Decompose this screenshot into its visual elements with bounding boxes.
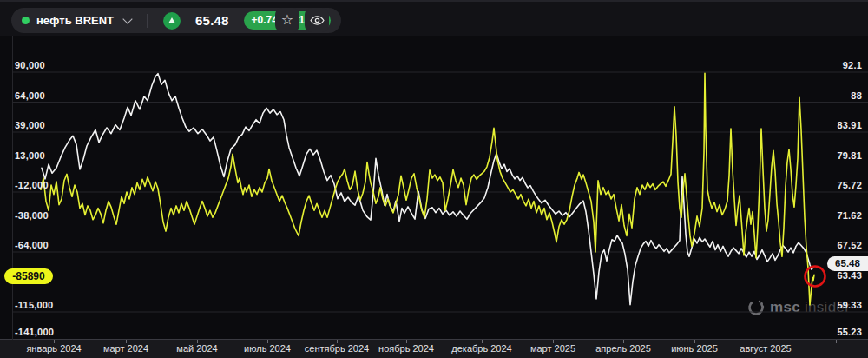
y-axis-right-label: 88: [851, 90, 862, 101]
y-axis-left-label: 64,000: [15, 90, 45, 101]
x-axis-label: май 2024: [176, 343, 217, 354]
x-axis-label: июнь 2025: [671, 343, 718, 354]
favorite-button[interactable]: ☆: [275, 8, 299, 32]
price-up-circle-icon: [163, 12, 181, 30]
watch-button[interactable]: [305, 8, 329, 32]
instrument-status-dot-icon: [22, 17, 30, 24]
watermark: mscinsider: [746, 298, 850, 317]
red-circle-annotation: [806, 267, 825, 287]
x-axis-label: март 2024: [103, 343, 148, 354]
y-axis-right-label: 75.72: [837, 180, 862, 190]
y-axis-right-label: 59.33: [837, 300, 862, 310]
eye-icon: [310, 13, 325, 28]
x-axis-label: ноябрь 2024: [378, 343, 434, 354]
y-axis-right-label: 67.52: [837, 240, 862, 250]
last-price: 65.48: [195, 13, 229, 28]
y-axis-left-label: -12,000: [15, 180, 49, 190]
x-axis-tick: [836, 340, 837, 343]
y-axis-left-label: -64,000: [15, 240, 49, 250]
x-axis-label: январь 2024: [26, 343, 81, 354]
y-axis-right-label: 79.81: [837, 150, 862, 161]
x-axis-label: июль 2024: [244, 343, 291, 354]
y-axis-right-label: 83.91: [837, 120, 862, 130]
current-value-pill-right: 65.48: [827, 256, 868, 271]
series-left: [41, 73, 814, 305]
star-icon: ☆: [281, 13, 293, 27]
y-axis-right-label: 92.1: [843, 60, 862, 70]
up-arrow-icon: [168, 17, 175, 23]
y-axis-right-label: 63.43: [837, 270, 862, 281]
watermark-text-bold: msc: [770, 299, 800, 316]
x-axis-label: сентябрь 2024: [305, 343, 369, 354]
x-axis-label: март 2025: [530, 343, 575, 354]
y-axis-left-label: -115,000: [15, 300, 53, 310]
x-axis-label: апрель 2025: [595, 343, 651, 354]
y-axis-left-label: -141,000: [15, 327, 54, 337]
watermark-logo-icon: [746, 298, 766, 317]
chevron-down-icon: [122, 14, 132, 23]
y-axis-right-label: 55.23: [837, 327, 862, 337]
y-axis-left-label: 90,000: [15, 60, 45, 70]
x-axis-label: август 2025: [740, 343, 791, 354]
x-axis-strip: январь 2024март 2024май 2024июль 2024сен…: [0, 339, 868, 358]
current-value-pill-left: -85890: [4, 268, 53, 284]
chart-area[interactable]: mscinsider 90,00064,00039,00013,000-12,0…: [0, 36, 868, 358]
x-axis-label: декабрь 2024: [451, 343, 511, 354]
instrument-name: нефть BRENT: [36, 14, 114, 27]
series-right: [42, 74, 813, 305]
y-axis-left-label: -38,000: [15, 210, 49, 221]
topbar: нефть BRENT 65.48 +0.74 (+1.14%) ☆: [0, 0, 868, 36]
y-axis-left-label: 13,000: [15, 150, 45, 161]
y-axis-right-label: 71.62: [837, 210, 862, 221]
price-chart-canvas: [0, 36, 868, 358]
y-axis-left-label: 39,000: [15, 120, 45, 130]
app-window: нефть BRENT 65.48 +0.74 (+1.14%) ☆: [0, 0, 868, 358]
divider: [147, 14, 148, 28]
